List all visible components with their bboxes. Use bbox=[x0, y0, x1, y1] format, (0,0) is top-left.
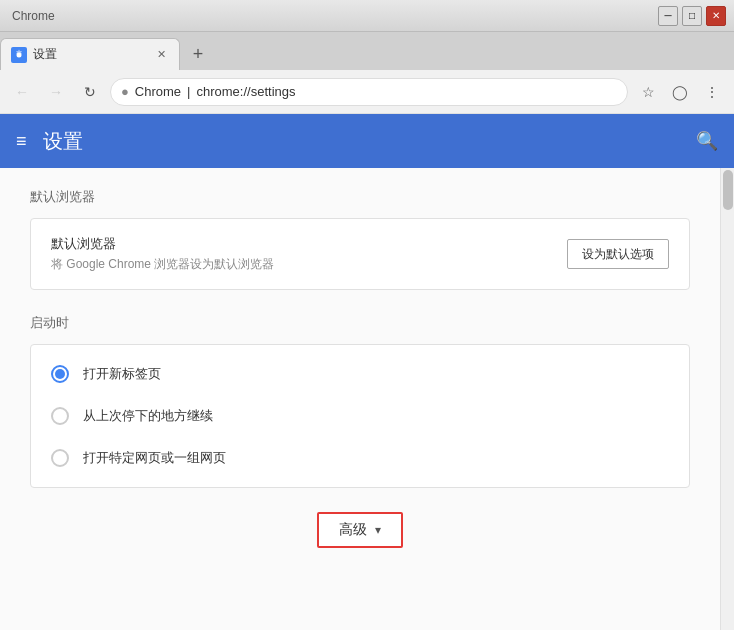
address-brand: Chrome bbox=[135, 84, 181, 99]
refresh-button[interactable]: ↻ bbox=[76, 78, 104, 106]
bookmark-button[interactable]: ☆ bbox=[634, 78, 662, 106]
settings-content: 默认浏览器 默认浏览器 将 Google Chrome 浏览器设为默认浏览器 设… bbox=[0, 168, 720, 630]
set-default-button[interactable]: 设为默认选项 bbox=[567, 239, 669, 269]
default-browser-sublabel: 将 Google Chrome 浏览器设为默认浏览器 bbox=[51, 256, 567, 273]
address-separator: | bbox=[187, 84, 190, 99]
default-browser-section-title: 默认浏览器 bbox=[30, 188, 690, 206]
hamburger-icon[interactable]: ≡ bbox=[16, 131, 27, 152]
startup-option-label-0: 打开新标签页 bbox=[83, 365, 161, 383]
settings-header: ≡ 设置 🔍 bbox=[0, 114, 734, 168]
startup-option-label-2: 打开特定网页或一组网页 bbox=[83, 449, 226, 467]
main-area: 默认浏览器 默认浏览器 将 Google Chrome 浏览器设为默认浏览器 设… bbox=[0, 168, 734, 630]
tab-favicon bbox=[11, 47, 27, 63]
startup-option-2[interactable]: 打开特定网页或一组网页 bbox=[31, 437, 689, 479]
address-bar-area: ← → ↻ ● Chrome | chrome://settings ☆ ◯ ⋮ bbox=[0, 70, 734, 114]
title-bar-text: Chrome bbox=[12, 9, 55, 23]
maximize-button[interactable]: □ bbox=[682, 6, 702, 26]
radio-button-0[interactable] bbox=[51, 365, 69, 383]
advanced-section: 高级 ▾ bbox=[30, 512, 690, 548]
radio-button-2[interactable] bbox=[51, 449, 69, 467]
new-tab-button[interactable]: + bbox=[184, 40, 212, 68]
tab-bar: 设置 ✕ + bbox=[0, 32, 734, 70]
forward-button[interactable]: → bbox=[42, 78, 70, 106]
back-button[interactable]: ← bbox=[8, 78, 36, 106]
advanced-button-label: 高级 bbox=[339, 521, 367, 539]
settings-page-title: 设置 bbox=[43, 128, 83, 155]
startup-card: 打开新标签页 从上次停下的地方继续 打开特定网页或一组网页 bbox=[30, 344, 690, 488]
default-browser-label: 默认浏览器 bbox=[51, 235, 567, 253]
startup-option-1[interactable]: 从上次停下的地方继续 bbox=[31, 395, 689, 437]
address-bar[interactable]: ● Chrome | chrome://settings bbox=[110, 78, 628, 106]
startup-option-label-1: 从上次停下的地方继续 bbox=[83, 407, 213, 425]
default-browser-card: 默认浏览器 将 Google Chrome 浏览器设为默认浏览器 设为默认选项 bbox=[30, 218, 690, 290]
default-browser-text: 默认浏览器 将 Google Chrome 浏览器设为默认浏览器 bbox=[51, 235, 567, 273]
scrollbar-track[interactable] bbox=[720, 168, 734, 630]
toolbar-right: ☆ ◯ ⋮ bbox=[634, 78, 726, 106]
default-browser-row: 默认浏览器 将 Google Chrome 浏览器设为默认浏览器 设为默认选项 bbox=[31, 219, 689, 289]
startup-section-title: 启动时 bbox=[30, 314, 690, 332]
minimize-button[interactable]: ─ bbox=[658, 6, 678, 26]
tab-label: 设置 bbox=[33, 46, 57, 63]
scrollbar-thumb[interactable] bbox=[723, 170, 733, 210]
window-controls: ─ □ ✕ bbox=[658, 6, 726, 26]
protocol-icon: ● bbox=[121, 84, 129, 99]
tab-close-button[interactable]: ✕ bbox=[153, 47, 169, 63]
menu-button[interactable]: ⋮ bbox=[698, 78, 726, 106]
title-bar: Chrome ─ □ ✕ bbox=[0, 0, 734, 32]
profile-button[interactable]: ◯ bbox=[666, 78, 694, 106]
header-search-icon[interactable]: 🔍 bbox=[696, 130, 718, 152]
tab-settings[interactable]: 设置 ✕ bbox=[0, 38, 180, 70]
startup-options: 打开新标签页 从上次停下的地方继续 打开特定网页或一组网页 bbox=[31, 345, 689, 487]
dropdown-arrow-icon: ▾ bbox=[375, 523, 381, 537]
radio-button-1[interactable] bbox=[51, 407, 69, 425]
address-url: chrome://settings bbox=[197, 84, 296, 99]
advanced-button[interactable]: 高级 ▾ bbox=[317, 512, 403, 548]
startup-option-0[interactable]: 打开新标签页 bbox=[31, 353, 689, 395]
close-button[interactable]: ✕ bbox=[706, 6, 726, 26]
